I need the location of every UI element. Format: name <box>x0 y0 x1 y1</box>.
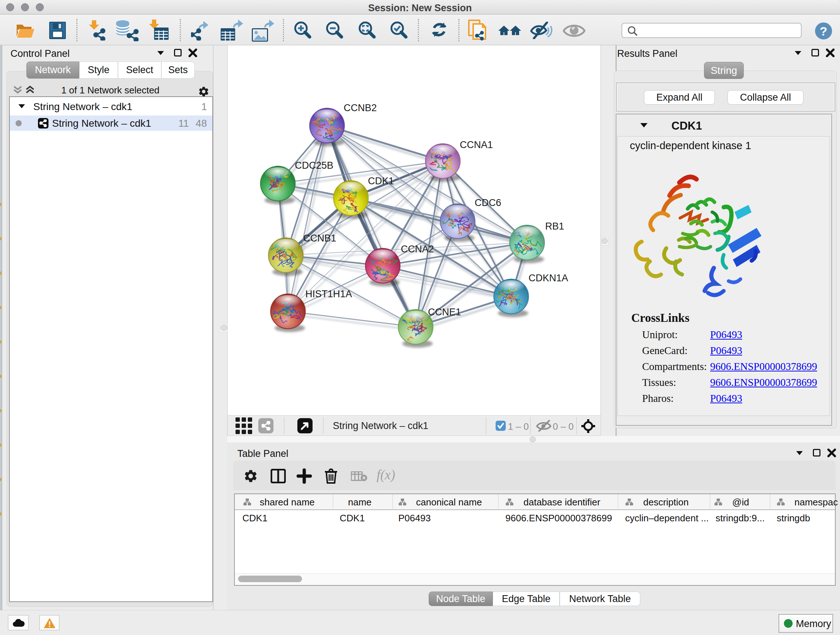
svg-text:CCNB1: CCNB1 <box>303 233 336 244</box>
svg-text:CDC25B: CDC25B <box>295 160 333 171</box>
svg-text:CCNB2: CCNB2 <box>344 103 377 113</box>
svg-text:CDC6: CDC6 <box>475 197 501 208</box>
svg-text:CDKN1A: CDKN1A <box>529 272 568 283</box>
svg-text:RB1: RB1 <box>545 221 564 232</box>
svg-text:HIST1H1A: HIST1H1A <box>305 288 352 299</box>
svg-text:CDK1: CDK1 <box>368 176 394 187</box>
svg-text:CCNE1: CCNE1 <box>428 307 461 318</box>
svg-text:CCNA1: CCNA1 <box>460 139 493 150</box>
svg-text:CCNA2: CCNA2 <box>401 244 434 255</box>
